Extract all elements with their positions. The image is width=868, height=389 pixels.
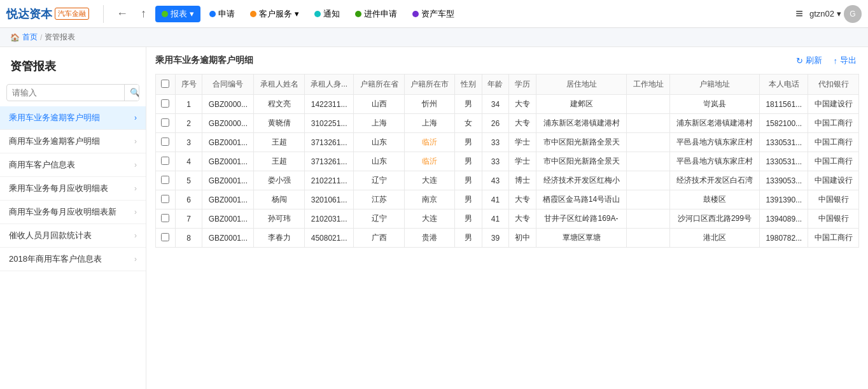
col-header-4: 承租人身...: [304, 74, 354, 95]
contract-no-3: GBZ0001...: [202, 152, 254, 171]
phone-0: 1811561...: [760, 95, 808, 114]
search-input[interactable]: [7, 85, 124, 101]
phone-4: 1339053...: [760, 171, 808, 190]
province-6: 辽宁: [354, 209, 405, 229]
name-4: 娄小强: [254, 171, 305, 190]
name-3: 王超: [254, 152, 305, 171]
nav-dot-notice: [314, 11, 321, 17]
row-checkbox-7[interactable]: [161, 233, 169, 241]
table-row: 7GBZ0001...孙可玮2102031...辽宁大连男41大专甘井子区红岭路…: [156, 209, 859, 229]
addr-reg-0: 岢岚县: [669, 95, 760, 114]
addr-reg-7: 港北区: [669, 229, 760, 248]
province-5: 江苏: [354, 190, 405, 209]
sidebar-chevron-commercial-monthly: ›: [134, 208, 137, 216]
data-table: 序号合同编号承租人姓名承租人身...户籍所在省户籍所在市性别年龄学历居住地址工作…: [155, 74, 859, 248]
sidebar-item-collector-stats[interactable]: 催收人员月回款统计表›: [0, 224, 146, 248]
name-0: 程文亮: [254, 95, 305, 114]
refresh-button[interactable]: ↻ 刷新: [794, 53, 825, 67]
nav-label-report: 报表: [171, 8, 187, 20]
sidebar-label-collector-stats: 催收人员月回款统计表: [9, 230, 92, 241]
row-checkbox-6[interactable]: [161, 214, 169, 222]
select-all-checkbox[interactable]: [161, 80, 169, 88]
addr-live-6: 甘井子区红岭路169A-: [536, 209, 627, 229]
user-info[interactable]: gtzn02 ▾ G: [809, 5, 862, 23]
nav-label-customer: 客户服务: [259, 8, 292, 20]
export-button[interactable]: ↑ 导出: [831, 53, 860, 67]
bank-6: 中国银行: [808, 209, 859, 229]
up-button[interactable]: ↑: [137, 6, 150, 22]
nav-arrow-customer: ▾: [295, 9, 299, 18]
export-icon: ↑: [834, 56, 838, 66]
phone-1: 1582100...: [760, 114, 808, 133]
name-6: 孙可玮: [254, 209, 305, 229]
addr-work-0: [627, 95, 669, 114]
sidebar-item-passenger-monthly[interactable]: 乘用车业务每月应收明细表›: [0, 177, 146, 201]
nav-btn-customer[interactable]: 客户服务▾: [244, 6, 305, 22]
row-checkbox-2[interactable]: [161, 138, 169, 146]
addr-live-5: 栖霞区金马路14号语山: [536, 190, 627, 209]
row-checkbox-1[interactable]: [161, 118, 169, 127]
col-header-14: 代扣银行: [808, 74, 859, 95]
contract-no-5: GBZ0001...: [202, 190, 254, 209]
hamburger-icon[interactable]: ≡: [795, 6, 803, 21]
province-4: 辽宁: [354, 171, 405, 190]
sidebar-item-commercial-monthly[interactable]: 商用车业务每月应收明细表新›: [0, 201, 146, 224]
sidebar-chevron-commercial-overdue: ›: [134, 137, 137, 146]
city-3: 临沂: [404, 152, 455, 171]
nav-btn-notice[interactable]: 通知: [308, 6, 346, 22]
city-6: 大连: [404, 209, 455, 229]
nav-btn-apply[interactable]: 申请: [203, 6, 241, 22]
row-checkbox-0[interactable]: [161, 99, 169, 108]
addr-live-1: 浦东新区老港镇建港村: [536, 114, 627, 133]
table-row: 1GBZ0000...程文亮1422311...山西忻州男34大专建邺区岢岚县1…: [156, 95, 859, 114]
id-no-0: 1422311...: [304, 95, 354, 114]
gender-0: 男: [455, 95, 482, 114]
col-header-12: 户籍地址: [669, 74, 760, 95]
row-checkbox-3[interactable]: [161, 157, 169, 165]
addr-live-0: 建邺区: [536, 95, 627, 114]
col-header-9: 学历: [509, 74, 536, 95]
nav-btn-incoming[interactable]: 进件申请: [349, 6, 403, 22]
province-3: 山东: [354, 152, 405, 171]
gender-7: 男: [455, 229, 482, 248]
table-row: 2GBZ0000...黄晓倩3102251...上海上海女26大专浦东新区老港镇…: [156, 114, 859, 133]
sidebar-label-commercial-monthly: 商用车业务每月应收明细表新: [9, 206, 116, 218]
table-row: 8GBZ0001...李春力4508021...广西贵港男39初中覃塘区覃塘港北…: [156, 229, 859, 248]
row-checkbox-5[interactable]: [161, 195, 169, 203]
table-body: 1GBZ0000...程文亮1422311...山西忻州男34大专建邺区岢岚县1…: [156, 95, 859, 248]
nav-btn-asset[interactable]: 资产车型: [406, 6, 461, 22]
table-row: 3GBZ0001...王超3713261...山东临沂男33学士市中区阳光新路全…: [156, 133, 859, 152]
breadcrumb-current: 资管报表: [45, 32, 75, 43]
logo-sub: 汽车金融: [55, 8, 89, 20]
id-no-1: 3102251...: [304, 114, 354, 133]
edu-6: 大专: [509, 209, 536, 229]
logo-area: 悦达资本 汽车金融: [6, 6, 89, 22]
col-header-11: 工作地址: [627, 74, 669, 95]
back-button[interactable]: ←: [113, 6, 132, 22]
breadcrumb-home[interactable]: 首页: [22, 32, 38, 43]
edu-2: 学士: [509, 133, 536, 152]
sidebar-item-passenger-overdue[interactable]: 乘用车业务逾期客户明细›: [0, 106, 146, 130]
addr-live-7: 覃塘区覃塘: [536, 229, 627, 248]
addr-reg-1: 浦东新区老港镇建港村: [669, 114, 760, 133]
breadcrumb: 🏠 首页 / 资管报表: [0, 28, 868, 47]
contract-no-2: GBZ0001...: [202, 133, 254, 152]
nav-btn-report[interactable]: 报表▾: [155, 6, 200, 22]
sidebar-chevron-commercial-customer: ›: [134, 160, 137, 169]
edu-4: 博士: [509, 171, 536, 190]
city-0: 忻州: [404, 95, 455, 114]
content-header: 乘用车业务逾期客户明细 ↻ 刷新 ↑ 导出: [155, 53, 859, 67]
search-button[interactable]: 🔍: [124, 85, 139, 101]
header-right: ≡ gtzn02 ▾ G: [795, 5, 862, 23]
sidebar-item-commercial-overdue[interactable]: 商用车业务逾期客户明细›: [0, 130, 146, 153]
row-checkbox-4[interactable]: [161, 176, 169, 184]
id-no-7: 4508021...: [304, 229, 354, 248]
phone-3: 1330531...: [760, 152, 808, 171]
gender-2: 男: [455, 133, 482, 152]
bank-2: 中国工商行: [808, 133, 859, 152]
id-no-5: 3201061...: [304, 190, 354, 209]
bank-7: 中国工商行: [808, 229, 859, 248]
sidebar-item-commercial-2018[interactable]: 2018年商用车客户信息表›: [0, 248, 146, 271]
age-1: 26: [482, 114, 508, 133]
sidebar-item-commercial-customer[interactable]: 商用车客户信息表›: [0, 153, 146, 177]
